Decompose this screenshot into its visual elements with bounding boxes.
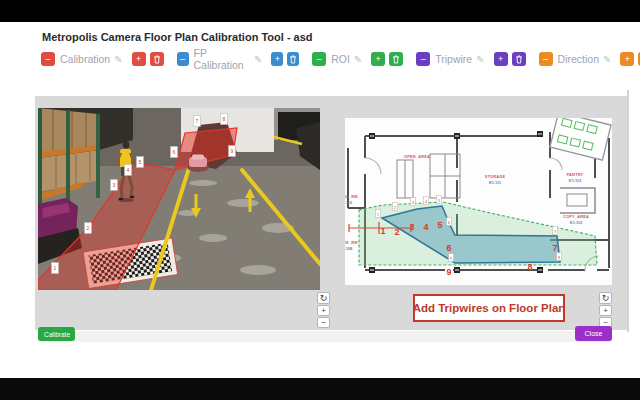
camera-point-marker[interactable]: 2 (85, 223, 92, 234)
svg-text:2: 2 (394, 206, 396, 210)
close-button[interactable]: Close (575, 326, 612, 341)
svg-text:1: 1 (377, 213, 379, 217)
svg-text:2: 2 (394, 227, 399, 237)
camera-zoom-out-button[interactable]: − (317, 317, 330, 328)
svg-text:5: 5 (437, 220, 442, 230)
calibration-visibility-chip[interactable]: – (41, 52, 55, 66)
camera-image-canvas[interactable]: 1 2 3 4 5 6 7 8 9 (38, 108, 320, 290)
room-label: STORAGE (485, 174, 506, 179)
svg-text:1: 1 (380, 226, 385, 236)
floorplan-canvas[interactable]: OPEN_AREA STORAGE K1.111 PANTRY K1.113 C… (345, 118, 612, 285)
svg-text:2: 2 (87, 225, 90, 231)
svg-text:9: 9 (231, 148, 234, 154)
direction-add-button[interactable]: + (620, 52, 634, 66)
fp-calibration-add-button[interactable]: + (271, 52, 283, 66)
floorplan-point-marker[interactable]: 5 (437, 196, 442, 204)
floorplan-point-marker[interactable]: 9 (449, 254, 454, 262)
roi-delete-button[interactable] (389, 52, 403, 66)
svg-text:4: 4 (127, 167, 130, 173)
panel-edge-divider (627, 90, 629, 332)
floorplan-point-marker[interactable]: 8 (557, 253, 562, 261)
letterbox-bottom (0, 378, 640, 400)
floorplan-point-marker[interactable]: 3 (411, 198, 416, 206)
floorplan-scene: OPEN_AREA STORAGE K1.111 PANTRY K1.113 C… (345, 118, 612, 285)
calibrate-button[interactable]: Calibrate (38, 327, 75, 341)
camera-scene: 1 2 3 4 5 6 7 8 9 (38, 108, 320, 290)
svg-text:5: 5 (139, 159, 142, 165)
add-tripwires-banner: Add Tripwires on Floor Plan (413, 294, 565, 322)
floorplan-view-controls: ↻ + − (599, 292, 612, 329)
workspace-panel: 1 2 3 4 5 6 7 8 9 (35, 96, 627, 330)
room-id: K1.112 (570, 220, 583, 225)
fp-calibration-label: FP Calibration (194, 47, 250, 71)
camera-point-marker[interactable]: 9 (229, 146, 236, 157)
trash-icon (153, 55, 161, 64)
fp-calibration-visibility-chip[interactable]: – (177, 52, 189, 66)
tripwire-label: Tripwire (435, 53, 472, 65)
fp-calibration-delete-button[interactable] (287, 52, 299, 66)
svg-text:5: 5 (438, 199, 440, 203)
camera-point-marker[interactable]: 3 (111, 180, 118, 191)
roi-add-button[interactable]: + (371, 52, 385, 66)
edit-pencil-icon[interactable]: ✎ (476, 54, 484, 65)
floorplan-point-marker[interactable]: 2 (393, 203, 398, 211)
camera-zoom-in-button[interactable]: + (317, 305, 330, 316)
camera-point-marker[interactable]: 4 (125, 165, 132, 176)
svg-text:8: 8 (558, 256, 560, 260)
direction-visibility-chip[interactable]: – (539, 52, 553, 66)
toolbar-group-direction: – Direction ✎ + (539, 52, 640, 66)
svg-text:7: 7 (554, 230, 556, 234)
letterbox-top (0, 0, 640, 22)
floorplan-point-marker[interactable]: 4 (424, 197, 429, 205)
trash-icon (515, 55, 523, 64)
toolbar: – Calibration ✎ + – FP Calibration ✎ + –… (41, 51, 640, 67)
room-label: COPY_AREA (563, 214, 589, 219)
app-window: Metropolis Camera Floor Plan Calibration… (0, 0, 640, 400)
calibration-delete-button[interactable] (150, 52, 164, 66)
camera-point-marker[interactable]: 1 (52, 263, 59, 274)
svg-text:6: 6 (448, 221, 450, 225)
direction-label: Direction (558, 53, 599, 65)
horizontal-scrollbar[interactable] (38, 331, 612, 342)
edit-pencil-icon[interactable]: ✎ (254, 54, 262, 65)
calibration-add-button[interactable]: + (132, 52, 146, 66)
roi-visibility-chip[interactable]: – (312, 52, 326, 66)
camera-point-marker[interactable]: 7 (194, 116, 201, 127)
toolbar-group-roi: – ROI ✎ + (312, 52, 403, 66)
camera-refresh-button[interactable]: ↻ (317, 292, 330, 304)
floorplan-refresh-button[interactable]: ↻ (599, 292, 612, 304)
tripwire-delete-button[interactable] (512, 52, 526, 66)
edit-pencil-icon[interactable]: ✎ (603, 54, 611, 65)
toolbar-group-tripwire: – Tripwire ✎ + (416, 52, 525, 66)
tripwire-visibility-chip[interactable]: – (416, 52, 430, 66)
svg-text:3: 3 (113, 182, 116, 188)
tripwire-add-button[interactable]: + (494, 52, 508, 66)
edit-pencil-icon[interactable]: ✎ (354, 54, 362, 65)
room-label: PANTRY (567, 172, 584, 177)
room-id: K1.113 (569, 178, 582, 183)
floorplan-point-marker[interactable]: 1 (376, 210, 381, 218)
camera-point-marker[interactable]: 6 (171, 147, 178, 158)
camera-point-marker[interactable]: 5 (137, 157, 144, 168)
svg-text:6: 6 (446, 243, 451, 253)
svg-text:3: 3 (412, 201, 414, 205)
room-label: OPEN_AREA (404, 154, 430, 159)
svg-text:7: 7 (196, 118, 199, 124)
roi-label: ROI (331, 53, 350, 65)
calibration-label: Calibration (60, 53, 110, 65)
svg-text:9: 9 (450, 257, 452, 261)
toolbar-group-fp-calibration: – FP Calibration ✎ + (177, 47, 300, 71)
floorplan-point-marker[interactable]: 7 (553, 227, 558, 235)
camera-point-marker[interactable]: 8 (221, 114, 228, 125)
edit-pencil-icon[interactable]: ✎ (114, 54, 122, 65)
toolbar-group-calibration: – Calibration ✎ + (41, 52, 164, 66)
room-id: K1.111 (489, 180, 502, 185)
room-label: FOCAL_RM (345, 194, 358, 199)
room-id: K1.108 (345, 246, 353, 251)
floorplan-zoom-in-button[interactable]: + (599, 305, 612, 316)
floorplan-point-marker[interactable]: 6 (447, 218, 452, 226)
svg-text:3: 3 (409, 222, 414, 232)
svg-text:4: 4 (423, 222, 428, 232)
trash-icon (289, 55, 297, 64)
trash-icon (392, 55, 400, 64)
